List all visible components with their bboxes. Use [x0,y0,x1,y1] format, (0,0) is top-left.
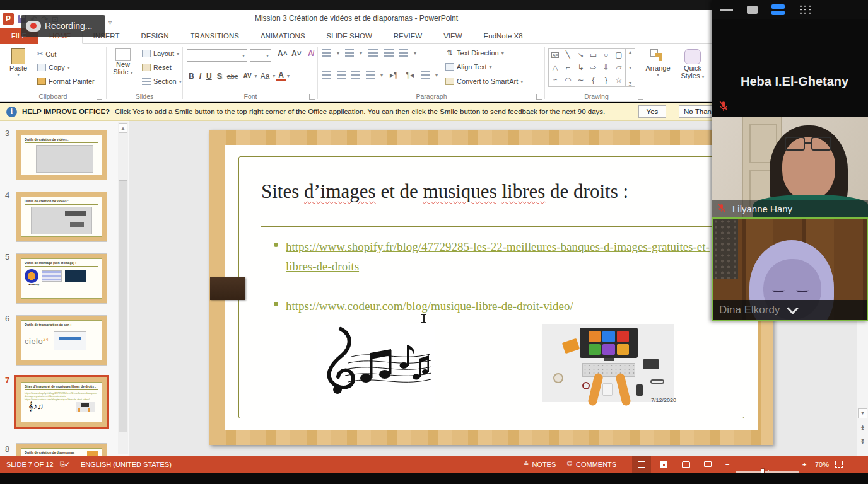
section-button[interactable]: Section▾ [140,77,184,86]
shape-option[interactable]: { [591,76,596,84]
participant-tile-heba[interactable]: Heba I.El-Ghetany [712,19,868,117]
numbering-button[interactable] [345,49,354,57]
bullet-item[interactable]: https://www.shopify.fr/blog/47729285-les… [274,237,712,276]
scroll-up-icon[interactable]: ▲ [119,123,127,133]
font-name-combo[interactable]: ▾ [187,49,247,62]
speaker-view-icon[interactable] [747,6,758,14]
font-size-combo[interactable]: ▾ [250,49,271,62]
tab-view[interactable]: VIEW [433,28,472,44]
fit-to-window-button[interactable] [835,456,843,473]
shape-option[interactable]: ≈ [552,76,559,84]
thumbnail-slide-3[interactable]: Outils de création de vidéos : [16,130,107,180]
paste-button[interactable]: Paste ▾ [6,48,30,78]
shape-option[interactable]: ▢ [614,50,623,59]
right-to-left-button[interactable]: ¶◂ [404,71,414,79]
shape-option[interactable]: ⇨ [589,63,598,72]
tab-endnote[interactable]: EndNote X8 [473,28,534,44]
shape-option[interactable]: ▱ [614,63,623,72]
thumbnail-slide-7-selected[interactable]: Sites d’images et de musiques libres de … [16,377,107,427]
no-thanks-button[interactable]: No Than [679,105,717,118]
align-center-button[interactable] [337,71,346,79]
music-notes-image[interactable] [317,324,435,408]
bullet-item[interactable]: https://www.codeur.com/blog/musique-libr… [274,296,712,316]
reading-view-button[interactable] [676,456,695,473]
slide-sorter-view-button[interactable] [654,456,673,473]
shape-option[interactable]: ╲ [565,50,572,59]
shapes-scroll-down-icon[interactable]: ▾ [629,65,631,71]
yes-button[interactable]: Yes [638,105,666,118]
shape-option[interactable]: ☆ [614,76,624,84]
format-painter-button[interactable]: Format Painter [35,77,97,86]
new-slide-button[interactable]: New Slide ▾ [110,48,136,76]
slide-show-button[interactable] [698,456,717,473]
zoom-level[interactable]: 70% [815,456,829,473]
decrease-font-size-button[interactable]: A˅ [290,49,303,58]
language-indicator[interactable]: ENGLISH (UNITED STATES) [81,456,172,473]
workspace-image[interactable] [542,324,674,402]
clear-formatting-button[interactable]: A̸ [306,49,315,58]
font-color-button[interactable]: A [276,71,286,81]
shape-option[interactable]: △ [551,63,559,72]
thumbnail-slide-8[interactable]: Outils de création de diaporamas [16,443,107,456]
scrollbar-thumb[interactable] [119,180,127,432]
zoom-out-button[interactable]: − [725,456,729,473]
tab-design[interactable]: DESIGN [130,28,179,44]
layout-button[interactable]: Layout▾ [140,49,181,58]
copy-button[interactable]: Copy ▾ [35,63,72,72]
zoom-in-button[interactable]: + [802,456,806,473]
shape-option[interactable]: A≡ [551,52,560,58]
paste-dropdown-icon[interactable]: ▾ [17,72,20,78]
shape-option[interactable]: ⇩ [602,63,611,72]
decrease-indent-button[interactable] [368,49,378,57]
tab-review[interactable]: REVIEW [383,28,433,44]
align-text-button[interactable]: Align Text▾ [443,62,494,71]
gallery-view-icon[interactable] [771,4,785,15]
change-case-button[interactable]: Aa [259,72,272,81]
next-slide-button[interactable]: ▼▼ [858,437,867,447]
thumbnail-scrollbar[interactable]: ▲ [118,122,128,454]
reset-button[interactable]: Reset [140,63,173,72]
paragraph-dialog-launcher[interactable] [536,94,542,100]
columns-button[interactable] [421,71,430,79]
font-dialog-launcher[interactable] [309,94,315,100]
shape-option[interactable]: ⌐ [565,63,572,72]
drawing-dialog-launcher[interactable] [638,94,643,100]
clipboard-dialog-launcher[interactable] [97,94,102,100]
shapes-more-icon[interactable]: ▾̲ [629,80,631,86]
convert-to-smartart-button[interactable]: Convert to SmartArt▾ [443,77,525,86]
notes-button[interactable]: ≜ NOTES [524,456,556,473]
increase-font-size-button[interactable]: A˄ [276,49,290,58]
scroll-down-icon[interactable]: ▼ [858,408,867,418]
hyperlink-codeur[interactable]: https://www.codeur.com/blog/musique-libr… [286,296,712,316]
tab-animations[interactable]: ANIMATIONS [250,28,316,44]
quick-styles-button[interactable]: Quick Styles ▾ [677,49,708,79]
character-spacing-button[interactable]: AV [241,72,253,79]
line-spacing-button[interactable] [399,49,408,57]
participant-tile-dina-active[interactable]: Dina Elkordy [712,217,868,321]
comments-button[interactable]: 🗨 COMMENTS [566,456,616,473]
collapse-panel-button[interactable] [778,302,806,318]
shape-option[interactable]: ◠ [563,76,572,84]
left-to-right-button[interactable]: ▸¶ [389,71,399,79]
underline-button[interactable]: U [204,72,214,81]
text-direction-button[interactable]: ⇅ Text Direction▾ [443,48,506,58]
bold-button[interactable]: B [187,72,196,81]
spellcheck-icon[interactable]: ⎘✓ [60,456,70,473]
align-right-button[interactable] [351,71,360,79]
shapes-scroll-up-icon[interactable]: ▴ [629,49,631,55]
slide-title[interactable]: Sites d’images et de musiques libres de … [261,180,628,203]
previous-slide-button[interactable]: ▲▲ [858,424,867,434]
shape-option[interactable]: } [604,76,609,84]
normal-view-button[interactable] [632,456,651,473]
strikethrough-button[interactable]: abc [225,72,240,80]
bullets-button[interactable] [322,49,331,57]
shape-option[interactable]: ↳ [576,63,585,72]
text-shadow-button[interactable]: S [215,72,224,81]
increase-indent-button[interactable] [384,49,394,57]
shape-option[interactable]: ▭ [589,50,598,59]
minimize-icon[interactable] [720,9,733,11]
align-left-button[interactable] [322,71,331,79]
shape-option[interactable]: ∼ [576,76,585,84]
arrange-button[interactable]: Arrange ▾ [642,49,674,78]
tab-slide-show[interactable]: SLIDE SHOW [316,28,383,44]
